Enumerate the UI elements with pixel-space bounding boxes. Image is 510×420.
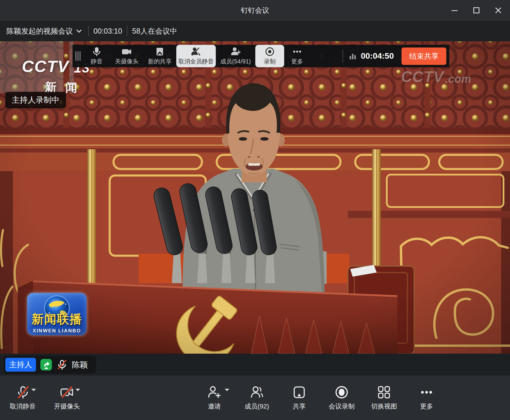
meeting-title-dropdown[interactable]: 陈颖发起的视频会议 xyxy=(6,26,83,36)
invite-icon xyxy=(207,385,221,399)
minimize-button[interactable] xyxy=(447,3,462,18)
unmute-self-button[interactable]: 取消静音 xyxy=(4,385,42,411)
camera-off-icon xyxy=(60,385,74,399)
record-icon xyxy=(265,47,275,57)
minimize-icon xyxy=(451,7,458,14)
more-icon xyxy=(292,47,302,57)
bottom-toolbar: 取消静音 开摄像头 xyxy=(0,376,510,420)
cctv-watermark: CCTV .com xyxy=(401,68,471,86)
audio-level-icon xyxy=(349,52,357,60)
close-button[interactable] xyxy=(491,3,506,18)
mic-muted-icon xyxy=(56,359,68,370)
watermark-suffix: .com xyxy=(445,73,471,86)
unmute-all-icon xyxy=(190,47,202,57)
program-logo: 新闻联播 XINWEN LIANBO xyxy=(27,293,87,335)
share-toolbar: 静音 关摄像头 新的共享 xyxy=(73,45,449,67)
camera-on-button[interactable]: 开摄像头 xyxy=(48,385,86,411)
divider xyxy=(127,26,127,36)
invite-button[interactable]: 邀请 xyxy=(195,385,233,411)
maximize-button[interactable] xyxy=(469,3,484,18)
switch-view-button[interactable]: 切换视图 xyxy=(365,385,403,411)
meeting-record-button[interactable]: 会议录制 xyxy=(323,385,361,411)
window-controls xyxy=(447,3,510,18)
microphone-icon xyxy=(92,47,102,57)
divider xyxy=(88,26,89,36)
new-share-icon xyxy=(155,47,165,57)
mute-button[interactable]: 静音 xyxy=(83,45,110,67)
title-bar: 钉钉会议 xyxy=(0,0,510,21)
shared-video-frame: CCTV 13 新闻 主持人录制中 CCTV .com xyxy=(0,41,510,354)
record-icon xyxy=(335,385,349,399)
members-button[interactable]: 成员(92) xyxy=(238,385,276,411)
camera-off-button[interactable]: 关摄像头 xyxy=(110,45,143,67)
chevron-down-icon xyxy=(75,28,83,34)
sharing-arrow-icon xyxy=(42,360,51,369)
unmute-all-button[interactable]: 取消全员静音 xyxy=(176,45,216,67)
host-recording-badge: 主持人录制中 xyxy=(5,92,66,108)
speaker-name-strip: 主持人 陈颖 xyxy=(0,354,510,376)
share-screen-icon xyxy=(292,385,306,399)
watermark-main: CCTV xyxy=(401,68,444,86)
meeting-duration: 00:03:10 xyxy=(93,27,122,35)
camera-icon xyxy=(121,47,132,57)
more-button-toolbar[interactable]: 更多 xyxy=(284,45,310,67)
window-title: 钉钉会议 xyxy=(0,6,510,15)
close-icon xyxy=(495,7,502,14)
members-icon xyxy=(250,385,264,399)
share-button[interactable]: 共享 xyxy=(280,385,318,411)
more-button[interactable]: 更多 xyxy=(407,385,446,411)
meeting-title: 陈颖发起的视频会议 xyxy=(6,26,73,36)
meeting-info-bar: 陈颖发起的视频会议 00:03:10 58人在会议中 xyxy=(0,21,510,41)
record-button-toolbar[interactable]: 录制 xyxy=(255,45,284,67)
end-share-button[interactable]: 结束共享 xyxy=(402,47,446,65)
members-button-toolbar[interactable]: 成员(54/91) xyxy=(216,45,255,67)
mic-off-icon xyxy=(16,385,30,399)
share-timer-value: 00:04:50 xyxy=(361,51,394,61)
toolbar-drag-handle[interactable] xyxy=(73,45,83,67)
maximize-icon xyxy=(473,7,480,14)
program-logo-title: 新闻联播 xyxy=(32,311,82,327)
more-icon xyxy=(419,385,434,399)
grid-view-icon xyxy=(377,385,391,399)
participant-count: 58人在会议中 xyxy=(132,26,177,36)
divider xyxy=(343,49,343,63)
dingtalk-meeting-window: 钉钉会议 陈颖发起的视频会议 00:03:10 58人在会议中 xyxy=(0,0,510,420)
sharing-indicator-badge xyxy=(40,359,52,370)
camera-options-caret[interactable] xyxy=(75,389,80,393)
member-add-icon xyxy=(230,47,241,57)
invite-options-caret[interactable] xyxy=(225,389,229,393)
share-timer: 00:04:50 xyxy=(349,51,394,61)
channel-logo-name: CCTV xyxy=(22,57,69,76)
speaker-name: 陈颖 xyxy=(72,360,88,370)
mic-options-caret[interactable] xyxy=(31,389,36,393)
program-logo-subtitle: XINWEN LIANBO xyxy=(33,328,81,334)
speaker-info-group: 主持人 陈颖 xyxy=(4,356,96,374)
host-role-badge: 主持人 xyxy=(5,358,36,372)
new-share-button[interactable]: 新的共享 xyxy=(143,45,176,67)
